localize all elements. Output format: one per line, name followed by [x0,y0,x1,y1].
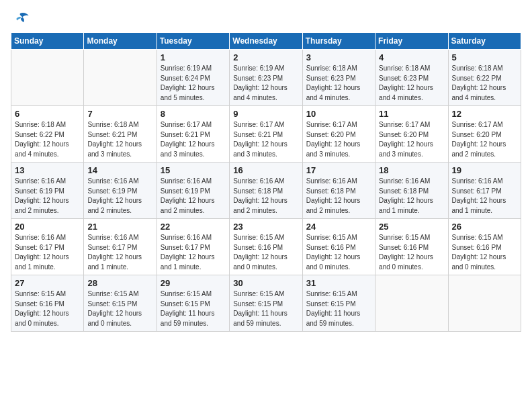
calendar-cell [448,275,521,332]
calendar-cell: 3Sunrise: 6:18 AM Sunset: 6:23 PM Daylig… [302,50,375,106]
calendar-cell: 17Sunrise: 6:16 AM Sunset: 6:18 PM Dayli… [302,163,375,219]
day-number: 15 [161,165,226,175]
day-info: Sunrise: 6:15 AM Sunset: 6:16 PM Dayligh… [15,289,80,328]
logo [11,11,32,26]
calendar-cell: 26Sunrise: 6:15 AM Sunset: 6:16 PM Dayli… [448,219,521,275]
day-number: 3 [306,52,371,62]
calendar-cell: 9Sunrise: 6:17 AM Sunset: 6:21 PM Daylig… [230,106,302,163]
day-info: Sunrise: 6:17 AM Sunset: 6:20 PM Dayligh… [452,120,517,159]
day-number: 14 [87,165,152,175]
day-info: Sunrise: 6:16 AM Sunset: 6:19 PM Dayligh… [15,177,80,216]
calendar-cell: 11Sunrise: 6:17 AM Sunset: 6:20 PM Dayli… [375,106,448,163]
day-number: 29 [161,278,226,288]
day-number: 31 [306,278,371,288]
day-info: Sunrise: 6:19 AM Sunset: 6:24 PM Dayligh… [161,64,226,103]
weekday-header: Monday [84,33,157,50]
day-number: 12 [452,109,517,119]
day-info: Sunrise: 6:15 AM Sunset: 6:16 PM Dayligh… [379,233,444,272]
calendar-cell: 14Sunrise: 6:16 AM Sunset: 6:19 PM Dayli… [84,163,157,219]
day-info: Sunrise: 6:16 AM Sunset: 6:17 PM Dayligh… [452,177,517,216]
calendar-cell: 1Sunrise: 6:19 AM Sunset: 6:24 PM Daylig… [157,50,229,106]
weekday-header: Friday [375,33,448,50]
day-info: Sunrise: 6:17 AM Sunset: 6:21 PM Dayligh… [161,120,226,159]
weekday-header: Wednesday [230,33,302,50]
day-info: Sunrise: 6:17 AM Sunset: 6:20 PM Dayligh… [306,120,371,159]
day-number: 16 [233,165,298,175]
calendar-cell: 24Sunrise: 6:15 AM Sunset: 6:16 PM Dayli… [302,219,375,275]
day-number: 22 [161,222,226,232]
day-number: 8 [161,109,226,119]
calendar-week-row: 1Sunrise: 6:19 AM Sunset: 6:24 PM Daylig… [11,50,521,106]
day-info: Sunrise: 6:18 AM Sunset: 6:22 PM Dayligh… [15,120,80,159]
calendar-cell: 6Sunrise: 6:18 AM Sunset: 6:22 PM Daylig… [11,106,84,163]
day-number: 17 [306,165,371,175]
day-number: 27 [15,278,80,288]
calendar-week-row: 20Sunrise: 6:16 AM Sunset: 6:17 PM Dayli… [11,219,521,275]
calendar-cell: 23Sunrise: 6:15 AM Sunset: 6:16 PM Dayli… [230,219,302,275]
day-number: 4 [379,52,444,62]
day-info: Sunrise: 6:15 AM Sunset: 6:15 PM Dayligh… [306,289,371,328]
day-info: Sunrise: 6:16 AM Sunset: 6:18 PM Dayligh… [379,177,444,216]
day-number: 19 [452,165,517,175]
day-info: Sunrise: 6:15 AM Sunset: 6:15 PM Dayligh… [87,289,152,328]
calendar-cell: 20Sunrise: 6:16 AM Sunset: 6:17 PM Dayli… [11,219,84,275]
calendar: SundayMondayTuesdayWednesdayThursdayFrid… [11,32,521,332]
calendar-cell [11,50,84,106]
day-info: Sunrise: 6:18 AM Sunset: 6:21 PM Dayligh… [87,120,152,159]
day-number: 26 [452,222,517,232]
day-number: 1 [161,52,226,62]
day-number: 18 [379,165,444,175]
calendar-cell: 21Sunrise: 6:16 AM Sunset: 6:17 PM Dayli… [84,219,157,275]
calendar-week-row: 13Sunrise: 6:16 AM Sunset: 6:19 PM Dayli… [11,163,521,219]
day-info: Sunrise: 6:17 AM Sunset: 6:20 PM Dayligh… [379,120,444,159]
calendar-cell [375,275,448,332]
calendar-cell: 29Sunrise: 6:15 AM Sunset: 6:15 PM Dayli… [157,275,229,332]
day-info: Sunrise: 6:18 AM Sunset: 6:23 PM Dayligh… [379,64,444,103]
day-info: Sunrise: 6:15 AM Sunset: 6:16 PM Dayligh… [233,233,298,272]
day-number: 2 [233,52,298,62]
calendar-cell: 25Sunrise: 6:15 AM Sunset: 6:16 PM Dayli… [375,219,448,275]
day-number: 20 [15,222,80,232]
calendar-cell: 28Sunrise: 6:15 AM Sunset: 6:15 PM Dayli… [84,275,157,332]
day-number: 30 [233,278,298,288]
calendar-cell: 13Sunrise: 6:16 AM Sunset: 6:19 PM Dayli… [11,163,84,219]
day-number: 5 [452,52,517,62]
logo-icon [11,11,30,26]
day-number: 25 [379,222,444,232]
weekday-header-row: SundayMondayTuesdayWednesdayThursdayFrid… [11,33,521,50]
day-number: 10 [306,109,371,119]
day-info: Sunrise: 6:19 AM Sunset: 6:23 PM Dayligh… [233,64,298,103]
day-info: Sunrise: 6:16 AM Sunset: 6:17 PM Dayligh… [161,233,226,272]
calendar-cell: 16Sunrise: 6:16 AM Sunset: 6:18 PM Dayli… [230,163,302,219]
weekday-header: Thursday [302,33,375,50]
calendar-cell: 30Sunrise: 6:15 AM Sunset: 6:15 PM Dayli… [230,275,302,332]
calendar-cell: 5Sunrise: 6:18 AM Sunset: 6:22 PM Daylig… [448,50,521,106]
day-info: Sunrise: 6:17 AM Sunset: 6:21 PM Dayligh… [233,120,298,159]
calendar-cell: 12Sunrise: 6:17 AM Sunset: 6:20 PM Dayli… [448,106,521,163]
day-number: 28 [87,278,152,288]
weekday-header: Sunday [11,33,84,50]
weekday-header: Saturday [448,33,521,50]
day-info: Sunrise: 6:18 AM Sunset: 6:23 PM Dayligh… [306,64,371,103]
day-info: Sunrise: 6:16 AM Sunset: 6:18 PM Dayligh… [306,177,371,216]
calendar-week-row: 6Sunrise: 6:18 AM Sunset: 6:22 PM Daylig… [11,106,521,163]
day-number: 13 [15,165,80,175]
day-number: 7 [87,109,152,119]
day-number: 6 [15,109,80,119]
calendar-cell: 27Sunrise: 6:15 AM Sunset: 6:16 PM Dayli… [11,275,84,332]
day-info: Sunrise: 6:16 AM Sunset: 6:17 PM Dayligh… [15,233,80,272]
calendar-cell: 8Sunrise: 6:17 AM Sunset: 6:21 PM Daylig… [157,106,229,163]
day-info: Sunrise: 6:16 AM Sunset: 6:18 PM Dayligh… [233,177,298,216]
calendar-cell: 31Sunrise: 6:15 AM Sunset: 6:15 PM Dayli… [302,275,375,332]
calendar-week-row: 27Sunrise: 6:15 AM Sunset: 6:16 PM Dayli… [11,275,521,332]
weekday-header: Tuesday [157,33,229,50]
day-number: 11 [379,109,444,119]
calendar-cell [84,50,157,106]
calendar-cell: 15Sunrise: 6:16 AM Sunset: 6:19 PM Dayli… [157,163,229,219]
day-info: Sunrise: 6:15 AM Sunset: 6:16 PM Dayligh… [452,233,517,272]
day-number: 24 [306,222,371,232]
day-info: Sunrise: 6:18 AM Sunset: 6:22 PM Dayligh… [452,64,517,103]
day-number: 21 [87,222,152,232]
calendar-cell: 2Sunrise: 6:19 AM Sunset: 6:23 PM Daylig… [230,50,302,106]
day-info: Sunrise: 6:16 AM Sunset: 6:17 PM Dayligh… [87,233,152,272]
